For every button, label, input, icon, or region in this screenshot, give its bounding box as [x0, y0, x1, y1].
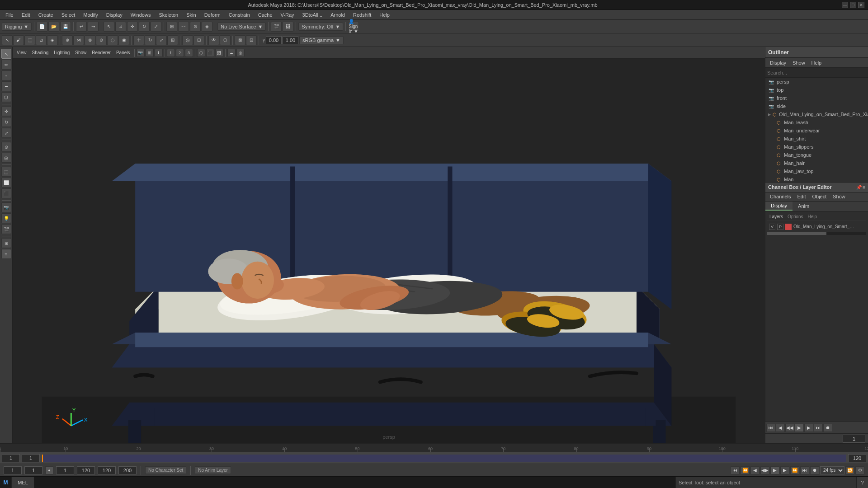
current-frame-input[interactable]	[4, 466, 22, 474]
menu-redshift[interactable]: Redshift	[349, 11, 375, 19]
scale-lt-btn[interactable]: ⤢	[1, 128, 11, 138]
channel-tab-display[interactable]: Display	[765, 202, 793, 211]
outliner-search-bar[interactable]	[765, 68, 868, 78]
playhead[interactable]	[42, 455, 43, 462]
camera-lt-btn[interactable]: 📷	[1, 202, 11, 212]
no-anim-layer-btn[interactable]: No Anim Layer	[195, 466, 231, 474]
layer-btn[interactable]: ≡	[1, 249, 11, 259]
menu-cache[interactable]: Cache	[255, 11, 276, 19]
viewport-canvas[interactable]: X Z Y persp	[13, 59, 765, 443]
symmetry-btn[interactable]: ⊡	[193, 35, 204, 45]
outliner-menu-help[interactable]: Help	[809, 59, 825, 66]
gamma-input[interactable]	[266, 36, 282, 44]
range-end-input[interactable]	[848, 454, 866, 462]
redo-button[interactable]: ↪	[88, 22, 99, 32]
cb-menu-show[interactable]: Show	[830, 193, 848, 200]
record-btn[interactable]: ⏺	[823, 424, 832, 432]
layer-color-swatch[interactable]	[785, 224, 792, 230]
sign-in-button[interactable]: 👤 Sign In ▼	[348, 22, 359, 32]
next-key-btn[interactable]: ⏩	[790, 466, 799, 474]
play-fwd-btn[interactable]: ▶	[795, 424, 804, 432]
move-btn[interactable]: ✛	[133, 35, 144, 45]
timeline-ruler[interactable]: 1102030405060708090100110120	[0, 444, 868, 452]
playback-end-input[interactable]	[98, 466, 116, 474]
menu-constrain[interactable]: Constrain	[225, 11, 254, 19]
snap-grid-button[interactable]: ⊞	[166, 22, 177, 32]
layer-render-btn[interactable]: P	[777, 224, 783, 230]
scale-tool-button[interactable]: ⤢	[151, 22, 161, 32]
shadow-btn[interactable]: ☁	[227, 49, 236, 57]
ipr-button[interactable]: 🖼	[283, 22, 293, 32]
menu-arnold[interactable]: Arnold	[327, 11, 349, 19]
max-range-input[interactable]	[118, 466, 137, 474]
shading-menu-btn[interactable]: Shading	[30, 49, 51, 56]
play-fwd-main-btn[interactable]: ▶	[770, 466, 779, 474]
snap-lt-btn[interactable]: ⊙	[1, 142, 11, 152]
bind-skin-btn[interactable]: ⊗	[85, 35, 95, 45]
layer-visibility-btn[interactable]: V	[769, 224, 775, 230]
move-lt-btn[interactable]: ✛	[1, 106, 11, 116]
no-character-set-btn[interactable]: No Character Set	[145, 466, 186, 474]
help-subtab[interactable]: Help	[805, 213, 819, 220]
loop-btn[interactable]: 🔁	[845, 466, 854, 474]
snap-surface-button[interactable]: ◈	[202, 22, 212, 32]
fps-selector[interactable]: 24 fps 25 fps 30 fps	[820, 466, 844, 474]
record-main-btn[interactable]: ⏺	[810, 466, 819, 474]
light-lt-btn[interactable]: 💡	[1, 213, 11, 223]
vertex-mode-btn[interactable]: ◦	[1, 70, 11, 80]
menu-display[interactable]: Display	[103, 11, 126, 19]
menu-file[interactable]: File	[2, 11, 17, 19]
scale-btn[interactable]: ⤢	[156, 35, 167, 45]
ao-btn[interactable]: ◎	[236, 49, 245, 57]
outliner-item-man_tongue[interactable]: ⬡Man_tongue	[765, 151, 868, 159]
prev-frame-main-btn[interactable]: ◀	[750, 466, 760, 474]
snap-point-button[interactable]: ⊙	[190, 22, 201, 32]
goto-end-btn[interactable]: ⏭	[814, 424, 823, 432]
outliner-menu-show[interactable]: Show	[790, 59, 808, 66]
goto-end-main-btn[interactable]: ⏭	[800, 466, 809, 474]
rotate-btn[interactable]: ↻	[145, 35, 156, 45]
show-menu-btn[interactable]: Show	[73, 49, 89, 56]
isolate-btn[interactable]: ⬡	[220, 35, 231, 45]
color-space-dropdown[interactable]: sRGB gamma ▼	[299, 36, 344, 44]
undo-button[interactable]: ↩	[76, 22, 87, 32]
layers-tab[interactable]: Layers	[767, 213, 785, 220]
vp-grid-btn[interactable]: ⊞	[146, 49, 154, 57]
paint-select-btn[interactable]: 🖌	[13, 35, 24, 45]
vp-hud-btn[interactable]: ℹ	[155, 49, 163, 57]
outliner-item-man_shirt[interactable]: ⬡Man_shirt	[765, 135, 868, 143]
outliner-item-persp[interactable]: 📷persp	[765, 78, 868, 86]
lasso-tool-button[interactable]: ⊿	[115, 22, 126, 32]
snap-curve-button[interactable]: 〰	[178, 22, 189, 32]
cb-menu-object[interactable]: Object	[809, 193, 829, 200]
render-button[interactable]: 🎬	[271, 22, 282, 32]
new-file-button[interactable]: 📄	[37, 22, 47, 32]
menu-create[interactable]: Create	[35, 11, 57, 19]
rotate-tool-button[interactable]: ↻	[139, 22, 150, 32]
close-button[interactable]: ✕	[858, 2, 864, 8]
transform-btn[interactable]: ⊞	[167, 35, 178, 45]
frame-sel-btn[interactable]: ⊡	[246, 35, 257, 45]
paint-weights-btn[interactable]: ⊘	[96, 35, 107, 45]
exposure-input[interactable]	[283, 36, 298, 44]
range-start-input[interactable]	[2, 454, 20, 462]
edge-mode-btn[interactable]: ━	[1, 81, 11, 91]
channel-tab-anim[interactable]: Anim	[793, 202, 815, 210]
play-back-main-btn[interactable]: ◀▶	[760, 466, 769, 474]
outliner-menu-display[interactable]: Display	[767, 59, 789, 66]
menu-skeleton[interactable]: Skeleton	[155, 11, 182, 19]
rigging-dropdown[interactable]: Rigging ▼	[2, 23, 32, 31]
medium-quality-btn[interactable]: 2	[176, 49, 184, 57]
lasso-select-btn[interactable]: ⊿	[36, 35, 47, 45]
move-tool-button[interactable]: ✛	[127, 22, 138, 32]
cb-menu-channels[interactable]: Channels	[767, 193, 793, 200]
menu-modify[interactable]: Modify	[80, 11, 101, 19]
paint-mode-btn[interactable]: ✏	[1, 60, 11, 70]
maximize-button[interactable]: □	[850, 2, 856, 8]
select-tool-btn[interactable]: ↖	[2, 35, 13, 45]
goto-start-main-btn[interactable]: ⏮	[731, 466, 740, 474]
no-live-surface-dropdown[interactable]: No Live Surface ▼	[217, 23, 266, 31]
outliner-search-input[interactable]	[767, 70, 866, 75]
options-subtab[interactable]: Options	[785, 213, 805, 220]
range-marker[interactable]: ●	[45, 466, 53, 474]
